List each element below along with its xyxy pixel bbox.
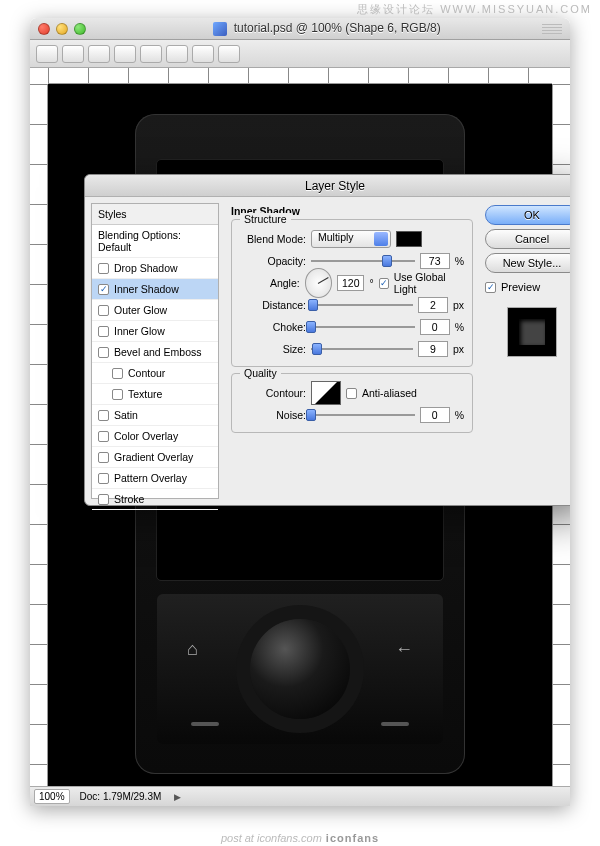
distance-label: Distance:	[240, 299, 306, 311]
titlebar-grip-icon	[542, 24, 562, 34]
quality-legend: Quality	[240, 367, 281, 379]
effect-label: Outer Glow	[114, 304, 167, 316]
cancel-button[interactable]: Cancel	[485, 229, 570, 249]
effect-label: Drop Shadow	[114, 262, 178, 274]
noise-label: Noise:	[240, 409, 306, 421]
contour-picker[interactable]	[311, 381, 341, 405]
back-arrow-icon: ←	[395, 639, 413, 660]
quality-fieldset: Quality Contour: Anti-aliased Noise: 0 %	[231, 373, 473, 433]
effect-checkbox[interactable]	[98, 473, 109, 484]
effect-stroke[interactable]: Stroke	[92, 489, 218, 510]
choke-label: Choke:	[240, 321, 306, 333]
close-icon[interactable]	[38, 23, 50, 35]
toolbar-item[interactable]	[218, 45, 240, 63]
effect-texture[interactable]: Texture	[92, 384, 218, 405]
effect-checkbox[interactable]	[98, 326, 109, 337]
effect-checkbox[interactable]	[98, 410, 109, 421]
effect-checkbox[interactable]	[98, 347, 109, 358]
opacity-slider[interactable]	[311, 254, 415, 268]
use-global-light-checkbox[interactable]: ✓	[379, 278, 389, 289]
effect-label: Bevel and Emboss	[114, 346, 202, 358]
effect-pattern-overlay[interactable]: Pattern Overlay	[92, 468, 218, 489]
phone-bottom-panel: ⌂ ←	[157, 594, 443, 744]
choke-slider[interactable]	[311, 320, 415, 334]
options-panel: Inner Shadow Structure Blend Mode: Multi…	[225, 203, 479, 499]
effect-checkbox[interactable]	[112, 368, 123, 379]
minimize-icon[interactable]	[56, 23, 68, 35]
noise-input[interactable]: 0	[420, 407, 450, 423]
effect-checkbox[interactable]	[98, 431, 109, 442]
distance-input[interactable]: 2	[418, 297, 448, 313]
unit-px: px	[453, 299, 464, 311]
ok-button[interactable]: OK	[485, 205, 570, 225]
effect-checkbox[interactable]	[98, 263, 109, 274]
size-input[interactable]: 9	[418, 341, 448, 357]
opacity-input[interactable]: 73	[420, 253, 450, 269]
noise-slider[interactable]	[311, 408, 415, 422]
distance-slider[interactable]	[311, 298, 413, 312]
new-style-button[interactable]: New Style...	[485, 253, 570, 273]
toolbar-item[interactable]	[88, 45, 110, 63]
toolbar-item[interactable]	[166, 45, 188, 63]
angle-dial[interactable]	[305, 268, 332, 298]
effect-color-overlay[interactable]: Color Overlay	[92, 426, 218, 447]
effect-outer-glow[interactable]: Outer Glow	[92, 300, 218, 321]
dialog-title[interactable]: Layer Style	[85, 175, 570, 197]
effect-satin[interactable]: Satin	[92, 405, 218, 426]
shadow-color-swatch[interactable]	[396, 231, 422, 247]
effect-checkbox[interactable]: ✓	[98, 284, 109, 295]
toolbar-item[interactable]	[140, 45, 162, 63]
opacity-label: Opacity:	[240, 255, 306, 267]
ruler-vertical-left[interactable]	[30, 84, 48, 786]
toolbar-item[interactable]	[36, 45, 58, 63]
angle-input[interactable]: 120	[337, 275, 364, 291]
blending-options-item[interactable]: Blending Options: Default	[92, 225, 218, 258]
unit-percent: %	[455, 409, 464, 421]
effect-checkbox[interactable]	[98, 452, 109, 463]
styles-list: Styles Blending Options: Default Drop Sh…	[91, 203, 219, 499]
toolbar-item[interactable]	[114, 45, 136, 63]
toolbar-item[interactable]	[192, 45, 214, 63]
effect-checkbox[interactable]	[112, 389, 123, 400]
effect-inner-glow[interactable]: Inner Glow	[92, 321, 218, 342]
effect-checkbox[interactable]	[98, 305, 109, 316]
effect-label: Stroke	[114, 493, 144, 505]
effect-bevel-and-emboss[interactable]: Bevel and Emboss	[92, 342, 218, 363]
window-titlebar[interactable]: tutorial.psd @ 100% (Shape 6, RGB/8)	[30, 18, 570, 40]
status-bar: 100% Doc: 1.79M/29.3M ▶	[30, 786, 570, 806]
structure-legend: Structure	[240, 213, 291, 225]
effect-contour[interactable]: Contour	[92, 363, 218, 384]
ruler-horizontal[interactable]	[48, 68, 552, 84]
structure-fieldset: Structure Blend Mode: Multiply Opacity: …	[231, 219, 473, 367]
home-icon: ⌂	[187, 639, 198, 660]
effect-label: Satin	[114, 409, 138, 421]
document-icon	[213, 22, 227, 36]
toolbar-item[interactable]	[62, 45, 84, 63]
effect-label: Texture	[128, 388, 162, 400]
blend-mode-label: Blend Mode:	[240, 233, 306, 245]
size-slider[interactable]	[311, 342, 413, 356]
chevron-right-icon[interactable]: ▶	[174, 792, 181, 802]
styles-header[interactable]: Styles	[92, 204, 218, 225]
window-title: tutorial.psd @ 100% (Shape 6, RGB/8)	[92, 21, 562, 36]
photoshop-window: tutorial.psd @ 100% (Shape 6, RGB/8) ⌂ ←…	[30, 18, 570, 806]
effect-gradient-overlay[interactable]: Gradient Overlay	[92, 447, 218, 468]
effect-inner-shadow[interactable]: ✓Inner Shadow	[92, 279, 218, 300]
preview-checkbox[interactable]: ✓	[485, 282, 496, 293]
effect-drop-shadow[interactable]: Drop Shadow	[92, 258, 218, 279]
effect-label: Pattern Overlay	[114, 472, 187, 484]
end-call-icon	[381, 722, 409, 726]
doc-size: Doc: 1.79M/29.3M	[80, 791, 162, 802]
zoom-level[interactable]: 100%	[34, 789, 70, 804]
zoom-icon[interactable]	[74, 23, 86, 35]
unit-percent: %	[455, 255, 464, 267]
unit-px: px	[453, 343, 464, 355]
size-label: Size:	[240, 343, 306, 355]
blend-mode-select[interactable]: Multiply	[311, 230, 391, 248]
effect-label: Gradient Overlay	[114, 451, 193, 463]
preview-swatch	[507, 307, 557, 357]
anti-alias-checkbox[interactable]	[346, 388, 357, 399]
preview-toggle[interactable]: ✓ Preview	[485, 281, 570, 293]
effect-checkbox[interactable]	[98, 494, 109, 505]
choke-input[interactable]: 0	[420, 319, 450, 335]
